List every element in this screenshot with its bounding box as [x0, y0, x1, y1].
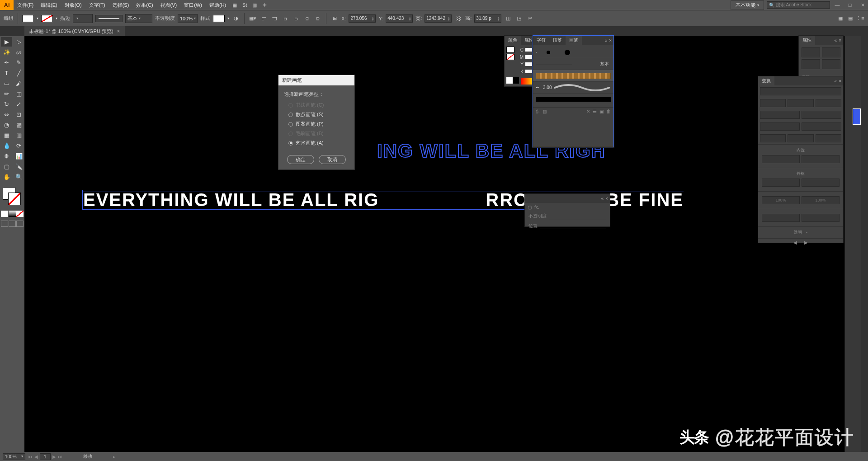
brush-row-pattern[interactable] [533, 70, 613, 82]
menu-effect[interactable]: 效果(C) [132, 2, 156, 9]
align-top-icon[interactable]: ⫐ [292, 14, 300, 23]
brush-trash-icon[interactable]: 🗑 [606, 109, 611, 114]
artboard-tool-icon[interactable]: ▢ [1, 162, 12, 171]
pref2-icon[interactable]: ▤ [846, 14, 854, 23]
eraser-tool-icon[interactable]: ◫ [13, 89, 24, 99]
stroke-color-icon[interactable] [8, 193, 21, 205]
brush-row-basic[interactable]: 基本 [533, 58, 613, 70]
menu-type[interactable]: 文字(T) [85, 2, 109, 9]
menu-help[interactable]: 帮助(H) [206, 2, 230, 9]
prop-field[interactable] [802, 59, 820, 69]
graphic-style-swatch[interactable] [213, 15, 225, 22]
zoom-input[interactable]: 100%▾ [3, 453, 25, 460]
field[interactable] [788, 134, 813, 142]
prev-icon[interactable]: ◀ [793, 240, 797, 245]
tab-paragraph[interactable]: 段落 [549, 36, 566, 45]
menu-select[interactable]: 选择(S) [109, 2, 133, 9]
field[interactable] [802, 214, 840, 222]
field[interactable] [760, 122, 800, 131]
field[interactable] [802, 122, 841, 131]
hand-tool-icon[interactable]: ✋ [1, 172, 12, 182]
next-icon[interactable]: ▶ [804, 240, 808, 245]
fill-swatch[interactable] [22, 15, 34, 22]
color-mode-icon[interactable] [1, 211, 8, 217]
chevron-right-icon[interactable]: ▸ [113, 454, 115, 459]
chevron-down-icon[interactable]: ▾ [227, 16, 229, 20]
field[interactable] [762, 179, 800, 187]
magic-wand-tool-icon[interactable]: ✨ [1, 47, 12, 57]
prop-field[interactable] [802, 47, 820, 57]
window-minimize-icon[interactable]: ― [832, 1, 843, 9]
stroke-profile-dropdown[interactable] [95, 15, 123, 22]
menu-edit[interactable]: 编辑(E) [37, 2, 61, 9]
tab-brushes[interactable]: 画笔 [566, 36, 582, 45]
h-input[interactable]: 31.09 p▴▾ [474, 14, 501, 23]
last-icon[interactable]: ⏭ [58, 454, 62, 459]
menu-object[interactable]: 对象(O) [61, 2, 85, 9]
brush-libs-icon[interactable]: ▥ [542, 109, 547, 114]
shape2-icon[interactable]: ◳ [515, 14, 523, 23]
x-input[interactable]: 278.056▴▾ [349, 14, 376, 23]
align-right-icon[interactable]: ⫏ [281, 14, 289, 23]
rectangle-tool-icon[interactable]: ▭ [1, 79, 12, 88]
gradient-tool-icon[interactable]: ▥ [13, 131, 24, 140]
chevron-down-icon[interactable]: ▾ [56, 16, 57, 20]
blend-tool-icon[interactable]: ⟳ [13, 141, 24, 151]
screen-present-icon[interactable] [16, 221, 24, 227]
bw-swatches[interactable] [506, 77, 519, 84]
panel-collapse-icon[interactable]: « [605, 38, 608, 43]
mini-dd[interactable] [540, 223, 606, 229]
field[interactable] [816, 99, 841, 107]
panel-close-icon[interactable]: × [839, 79, 841, 84]
graph-tool-icon[interactable]: 📊 [13, 151, 24, 161]
bridge-icon[interactable]: ▦ [231, 1, 239, 9]
field[interactable] [760, 87, 841, 95]
menu-file[interactable]: 文件(F) [14, 2, 37, 9]
opacity-input[interactable]: 100%▾ [178, 14, 198, 23]
gradient-mode-icon[interactable] [9, 211, 16, 217]
brush-new-icon[interactable]: ▣ [599, 109, 604, 114]
pref-menu-icon[interactable]: ⋮≡ [856, 14, 864, 23]
field[interactable] [788, 99, 813, 107]
tab-color[interactable]: 颜色 [505, 36, 521, 45]
artboard-input[interactable]: 1 [40, 453, 51, 460]
tab-transform[interactable]: 变换 [758, 76, 774, 85]
width-tool-icon[interactable]: ⇔ [1, 110, 12, 119]
brush-row-dots[interactable]: · [533, 47, 613, 58]
panel-close-icon[interactable]: × [839, 38, 841, 43]
field[interactable] [816, 134, 841, 142]
eyedropper-tool-icon[interactable]: 💧 [1, 141, 12, 151]
brush-library-icon[interactable]: ⎙. [536, 109, 540, 114]
shaper-tool-icon[interactable]: ✏ [1, 89, 12, 99]
stock-icon[interactable]: St [241, 1, 249, 9]
perspective-tool-icon[interactable]: ▨ [13, 120, 24, 130]
shape-icon[interactable]: ◫ [504, 14, 512, 23]
stroke-weight-input[interactable]: ▾ [73, 14, 93, 23]
scale-tool-icon[interactable]: ⤢ [13, 99, 24, 109]
rotate-tool-icon[interactable]: ↻ [1, 99, 12, 109]
pen-tool-icon[interactable]: ✒ [1, 58, 12, 67]
brush-option-scatter[interactable]: 散点画笔 (S) [284, 110, 349, 119]
panel-close-icon[interactable]: × [609, 38, 612, 43]
y-input[interactable]: 440.423▴▾ [386, 14, 413, 23]
workspace-switcher[interactable]: 基本功能▾ [731, 0, 764, 10]
panel-collapse-icon[interactable]: « [601, 196, 604, 201]
isolate-icon[interactable]: ✂ [526, 14, 534, 23]
prop-field[interactable] [822, 47, 840, 57]
symbol-spray-icon[interactable]: ❋ [1, 151, 12, 161]
next-icon[interactable]: ▶ [52, 454, 56, 459]
panel-collapse-icon[interactable]: « [835, 38, 837, 43]
brush-options-icon[interactable]: ☰ [593, 109, 597, 114]
panel-stroke-icon[interactable] [506, 54, 514, 60]
field[interactable] [802, 179, 840, 187]
panel-collapse-icon[interactable]: « [835, 79, 837, 84]
brush-row-rough[interactable] [533, 94, 613, 105]
field[interactable] [802, 155, 840, 163]
mini-dd[interactable] [549, 213, 606, 219]
field[interactable] [762, 214, 800, 222]
ok-button[interactable]: 确定 [287, 155, 314, 164]
brush-tool-icon[interactable]: 🖌 [13, 79, 24, 88]
layer-icon[interactable]: ▢ [528, 205, 532, 210]
zoom-tool-icon[interactable]: 🔍 [13, 172, 24, 182]
pref1-icon[interactable]: ▦ [836, 14, 844, 23]
